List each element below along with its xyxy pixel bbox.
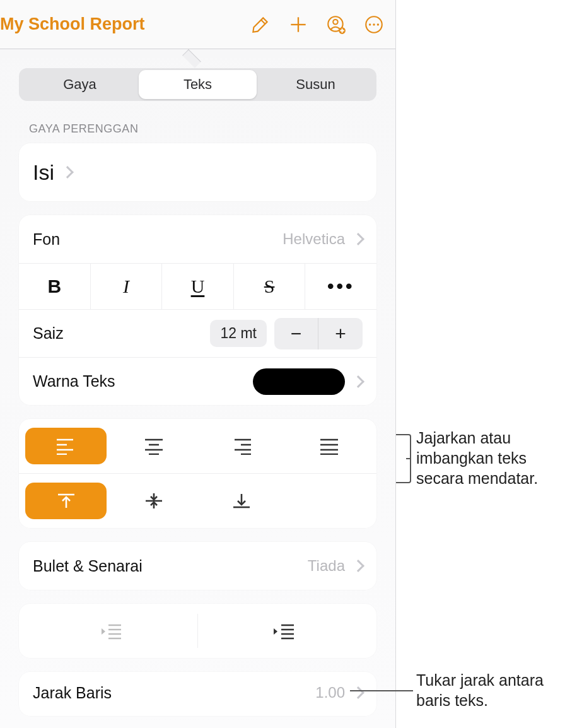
tab-text[interactable]: Teks (139, 70, 257, 99)
text-style-row: B I U S ••• (19, 263, 376, 309)
font-card: Fon Helvetica B I U S ••• Saiz 12 mt − +… (19, 215, 376, 405)
horizontal-align-row (19, 419, 376, 473)
align-left-button[interactable] (25, 428, 107, 464)
line-spacing-value: 1.00 (315, 684, 345, 702)
bold-button[interactable]: B (19, 264, 91, 309)
text-color-swatch[interactable] (253, 368, 345, 395)
size-increase-button[interactable]: + (318, 318, 363, 349)
annotation-linespacing: Tukar jarak antara baris teks. (416, 670, 574, 710)
font-value: Helvetica (283, 230, 345, 248)
svg-point-3 (333, 20, 337, 24)
chevron-right-icon (61, 166, 74, 179)
size-decrease-button[interactable]: − (274, 318, 318, 349)
insert-plus-icon[interactable] (282, 8, 315, 41)
align-right-button[interactable] (201, 428, 283, 464)
annotation-align: Jajarkan atau imbangkan teks secara mend… (416, 428, 574, 488)
svg-point-9 (373, 23, 375, 25)
bullets-value: Tiada (308, 557, 345, 575)
size-value-box[interactable]: 12 mt (210, 320, 267, 347)
format-inspector-panel: My School Report Gaya Teks Susun GAYA PE… (0, 0, 396, 728)
indent-button[interactable] (198, 614, 370, 648)
size-label: Saiz (33, 324, 64, 343)
valign-middle-button[interactable] (113, 483, 194, 519)
font-label: Fon (33, 230, 60, 249)
more-text-options-button[interactable]: ••• (305, 264, 376, 309)
paragraph-style-section-label: GAYA PERENGGAN (0, 101, 395, 143)
indent-card (19, 604, 376, 658)
text-color-label: Warna Teks (33, 372, 115, 390)
text-color-row[interactable]: Warna Teks (19, 357, 376, 405)
paragraph-style-card: Isi (19, 143, 376, 201)
chevron-right-icon (352, 560, 364, 572)
bullets-card: Bulet & Senarai Tiada (19, 542, 376, 590)
bullets-row[interactable]: Bulet & Senarai Tiada (19, 542, 376, 590)
svg-point-8 (369, 23, 371, 25)
share-person-icon[interactable] (320, 8, 353, 41)
more-ellipsis-icon[interactable] (358, 8, 390, 41)
size-row: Saiz 12 mt − + (19, 309, 376, 357)
line-spacing-card: Jarak Baris 1.00 (19, 672, 376, 716)
paragraph-style-row[interactable]: Isi (19, 143, 376, 201)
paragraph-style-value: Isi (33, 160, 54, 185)
align-justify-button[interactable] (289, 428, 370, 464)
chevron-right-icon (352, 375, 364, 388)
callout-bracket-align (396, 434, 411, 483)
tab-style[interactable]: Gaya (21, 70, 139, 99)
alignment-card (19, 419, 376, 528)
toolbar: My School Report (0, 0, 395, 49)
outdent-button[interactable] (25, 614, 198, 648)
valign-top-button[interactable] (25, 483, 107, 519)
align-center-button[interactable] (113, 428, 194, 464)
svg-marker-43 (274, 628, 277, 635)
underline-button[interactable]: U (162, 264, 234, 309)
callout-line-linespacing (350, 690, 413, 691)
svg-marker-38 (102, 628, 105, 635)
document-title[interactable]: My School Report (0, 15, 239, 34)
inspector-tabs: Gaya Teks Susun (19, 68, 376, 101)
svg-point-10 (377, 23, 379, 25)
bullets-label: Bulet & Senarai (33, 557, 143, 575)
line-spacing-label: Jarak Baris (33, 684, 112, 702)
strikethrough-button[interactable]: S (234, 264, 306, 309)
line-spacing-row[interactable]: Jarak Baris 1.00 (19, 672, 376, 716)
italic-button[interactable]: I (91, 264, 163, 309)
tab-arrange[interactable]: Susun (257, 70, 375, 99)
format-brush-icon[interactable] (244, 8, 277, 41)
valign-bottom-button[interactable] (201, 483, 283, 519)
indent-row (19, 604, 376, 658)
chevron-right-icon (352, 233, 364, 245)
font-row[interactable]: Fon Helvetica (19, 215, 376, 263)
chevron-right-icon (352, 686, 364, 699)
vertical-align-row (19, 473, 376, 528)
size-stepper: − + (274, 318, 363, 349)
